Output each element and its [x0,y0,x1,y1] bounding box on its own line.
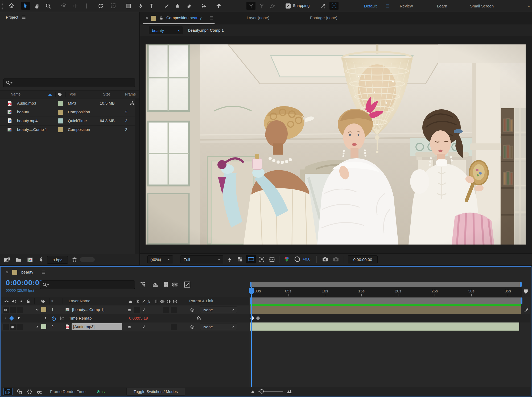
frame-blending-icon[interactable] [162,281,170,288]
snap-features-button[interactable] [329,2,339,10]
zoom-slider-knob[interactable] [259,389,264,394]
layer-label-chip[interactable] [41,324,46,329]
orbit-camera-tool[interactable] [59,2,68,10]
parent-select[interactable]: None [200,307,237,313]
pan-camera-tool[interactable] [71,2,80,10]
bpc-button[interactable]: 8 bpc [47,256,68,264]
workspace-tab-small-screen[interactable]: Small Screen [470,0,494,12]
pickwhip-icon[interactable] [190,307,195,312]
audio-toggle[interactable] [9,307,16,313]
project-item-beauty-comp[interactable]: beauty Composition 2 [0,108,135,117]
project-panel-menu-icon[interactable] [21,15,26,20]
column-type[interactable]: Type [68,92,76,96]
column-name[interactable]: Name [11,92,20,96]
preview-timecode[interactable]: 0:00:00:00 [348,255,378,263]
label-color-chip[interactable] [58,127,63,132]
graph-editor-icon[interactable] [184,281,191,288]
home-button[interactable] [7,2,16,10]
in-out-panes-icon[interactable] [26,388,33,395]
timeline-zoom-slider[interactable] [258,391,283,392]
delete-icon[interactable] [71,257,78,263]
timeline-label-chip[interactable] [12,270,17,275]
viewer-tab-composition[interactable]: Composition beauty [166,15,202,20]
lock-column-icon[interactable] [26,299,31,304]
comp-marker-bin-icon[interactable] [523,288,529,295]
video-column-icon[interactable] [4,299,9,304]
time-remap-row[interactable]: Time Remap 0:00:05:19 [1,314,249,323]
number-column[interactable]: # [51,299,53,303]
snap-edges-button[interactable] [318,2,327,10]
quality-toggle-icon[interactable] [141,324,146,329]
rectangle-tool[interactable] [124,2,133,10]
snapshot-icon[interactable] [322,256,329,263]
layer-name-selected[interactable]: [Audio.mp3] [72,323,122,330]
quality-switch-icon[interactable] [141,299,146,304]
rotation-tool[interactable] [96,2,105,10]
expand-layer-switches-button[interactable] [3,388,13,395]
expand-chevron-icon[interactable] [35,307,40,312]
layer-name[interactable]: [beauty... Comp 1] [72,307,104,312]
column-frame[interactable]: Frame [125,92,136,96]
label-column-icon[interactable] [57,92,62,97]
pickwhip-icon[interactable] [196,316,202,321]
track-area[interactable] [249,297,530,387]
fast-preview-icon[interactable] [226,256,233,263]
snapping-checkbox[interactable]: ✓ [286,3,291,9]
parent-link-column[interactable]: Parent & Link [189,299,213,303]
collapse-switch-icon[interactable] [135,299,140,304]
close-tab-icon[interactable] [5,270,9,275]
quality-toggle-icon[interactable] [141,307,146,312]
per-layer-graph-icon[interactable] [523,307,529,313]
viewer-tab-footage[interactable]: Footage (none) [310,15,337,20]
toolbar-grip[interactable] [2,2,3,10]
label-column-icon[interactable] [41,299,46,304]
layer-row-1[interactable]: 1 [beauty... Comp 1] None [1,305,249,314]
property-value[interactable]: 0:00:05:19 [129,316,148,320]
magnification-select[interactable]: (40%) [147,255,173,263]
footer-scrollbar[interactable] [80,257,95,262]
timeline-panel-menu-icon[interactable] [41,270,46,275]
shy-layers-icon[interactable] [152,281,159,288]
project-settings-icon[interactable] [4,257,10,263]
breadcrumb-back-icon[interactable]: ‹ [178,28,180,33]
keyframe-diamond-selected[interactable] [250,316,254,320]
label-color-chip[interactable] [58,118,63,123]
switch-cell[interactable] [171,307,177,313]
clone-stamp-tool[interactable] [173,2,182,10]
audio-column-icon[interactable] [11,299,17,304]
project-scrollbar[interactable] [135,98,139,265]
frame-blend-switch-icon[interactable] [154,299,158,304]
audio-toggle-icon[interactable] [10,325,15,329]
video-toggle-icon[interactable] [3,308,8,312]
layer1-duration-bar[interactable] [250,306,521,314]
switch-cell[interactable] [163,307,169,313]
collapse-toggle[interactable] [134,307,141,313]
render-time-pane-icon[interactable] [36,388,42,395]
mask-visibility-button[interactable] [246,255,256,263]
solo-toggle[interactable] [16,307,23,313]
pan-behind-tool[interactable] [109,2,118,10]
close-tab-icon[interactable] [145,16,149,20]
dolly-camera-tool[interactable] [82,2,91,10]
view-axis-mode[interactable] [268,2,277,10]
layer-name-column[interactable]: Layer Name [69,299,90,303]
breadcrumb-path[interactable]: beauty.mp4 Comp 1 [188,28,224,32]
project-item-beauty-mp4[interactable]: beauty.mp4 QuickTime 64.3 MB 2 [0,117,135,126]
show-snapshot-icon[interactable] [332,256,339,263]
transparency-grid-icon[interactable] [237,256,243,263]
pen-tool[interactable] [136,2,145,10]
stopwatch-icon[interactable] [51,315,57,321]
playhead-line[interactable] [251,287,252,387]
comp-label-chip[interactable] [151,16,156,21]
workspace-menu-icon[interactable] [385,3,390,9]
pickwhip-icon[interactable] [190,324,195,329]
label-color-chip[interactable] [58,110,63,115]
label-color-chip[interactable] [58,101,63,106]
work-area-start-handle[interactable] [250,282,251,287]
solo-column-icon[interactable] [19,299,24,304]
solo-toggle[interactable] [16,324,23,330]
transfer-controls-icon[interactable] [16,388,23,395]
zoom-tool[interactable] [44,2,53,10]
viewer-area[interactable] [140,36,532,253]
lock-open-icon[interactable] [159,15,164,20]
